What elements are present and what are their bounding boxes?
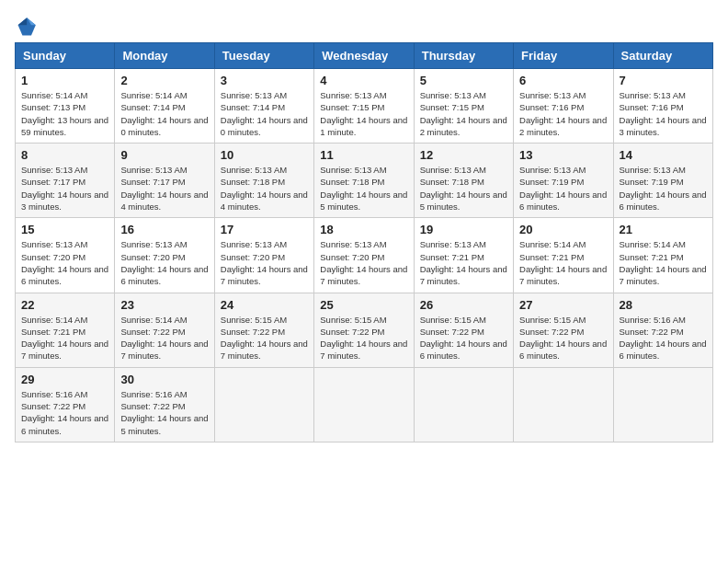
svg-marker-2	[18, 17, 28, 25]
weekday-header-cell: Wednesday	[314, 43, 414, 69]
calendar-day-cell: 11Sunrise: 5:13 AMSunset: 7:18 PMDayligh…	[314, 144, 414, 218]
day-number: 28	[620, 298, 707, 312]
calendar-body: 1Sunrise: 5:14 AMSunset: 7:13 PMDaylight…	[16, 69, 713, 442]
calendar-day-cell: 28Sunrise: 5:16 AMSunset: 7:22 PMDayligh…	[613, 293, 712, 367]
day-number: 21	[620, 223, 707, 236]
calendar-day-cell: 19Sunrise: 5:13 AMSunset: 7:21 PMDayligh…	[414, 218, 513, 293]
calendar-day-cell	[613, 367, 712, 442]
day-number: 29	[21, 373, 108, 386]
calendar-week-row: 22Sunrise: 5:14 AMSunset: 7:21 PMDayligh…	[16, 293, 713, 367]
day-number: 12	[420, 148, 507, 162]
day-info: Sunrise: 5:13 AMSunset: 7:18 PMDaylight:…	[320, 164, 407, 213]
day-number: 16	[120, 223, 208, 236]
day-number: 26	[420, 298, 507, 312]
calendar-day-cell: 20Sunrise: 5:14 AMSunset: 7:21 PMDayligh…	[514, 218, 613, 293]
day-info: Sunrise: 5:15 AMSunset: 7:22 PMDaylight:…	[420, 314, 507, 362]
calendar-day-cell: 29Sunrise: 5:16 AMSunset: 7:22 PMDayligh…	[16, 367, 115, 442]
calendar-day-cell: 9Sunrise: 5:13 AMSunset: 7:17 PMDaylight…	[115, 144, 214, 218]
svg-marker-0	[18, 17, 36, 35]
day-info: Sunrise: 5:13 AMSunset: 7:18 PMDaylight:…	[420, 164, 507, 213]
day-number: 20	[519, 223, 607, 236]
calendar-day-cell: 15Sunrise: 5:13 AMSunset: 7:20 PMDayligh…	[16, 218, 115, 293]
day-info: Sunrise: 5:14 AMSunset: 7:21 PMDaylight:…	[620, 238, 707, 287]
day-number: 22	[21, 298, 108, 312]
day-info: Sunrise: 5:13 AMSunset: 7:20 PMDaylight:…	[320, 238, 407, 287]
header	[15, 15, 713, 33]
day-info: Sunrise: 5:15 AMSunset: 7:22 PMDaylight:…	[221, 314, 308, 362]
calendar-day-cell: 12Sunrise: 5:13 AMSunset: 7:18 PMDayligh…	[414, 144, 513, 218]
calendar-day-cell: 5Sunrise: 5:13 AMSunset: 7:15 PMDaylight…	[414, 69, 513, 144]
calendar-day-cell: 24Sunrise: 5:15 AMSunset: 7:22 PMDayligh…	[214, 293, 313, 367]
day-info: Sunrise: 5:13 AMSunset: 7:15 PMDaylight:…	[320, 89, 407, 138]
day-info: Sunrise: 5:13 AMSunset: 7:17 PMDaylight:…	[120, 164, 208, 213]
weekday-header-row: SundayMondayTuesdayWednesdayThursdayFrid…	[16, 43, 713, 69]
day-info: Sunrise: 5:16 AMSunset: 7:22 PMDaylight:…	[21, 388, 108, 437]
day-number: 24	[221, 298, 308, 312]
weekday-header-cell: Friday	[514, 43, 613, 69]
day-number: 3	[221, 74, 308, 87]
calendar-day-cell	[214, 367, 313, 442]
day-info: Sunrise: 5:13 AMSunset: 7:15 PMDaylight:…	[420, 89, 507, 138]
day-info: Sunrise: 5:13 AMSunset: 7:19 PMDaylight:…	[620, 164, 707, 213]
day-info: Sunrise: 5:13 AMSunset: 7:16 PMDaylight:…	[620, 89, 707, 138]
day-number: 15	[21, 223, 108, 236]
day-number: 6	[519, 74, 607, 87]
weekday-header-cell: Sunday	[16, 43, 115, 69]
calendar-week-row: 29Sunrise: 5:16 AMSunset: 7:22 PMDayligh…	[16, 367, 713, 442]
day-number: 18	[320, 223, 407, 236]
day-number: 7	[620, 74, 707, 87]
day-number: 5	[420, 74, 507, 87]
calendar-day-cell: 6Sunrise: 5:13 AMSunset: 7:16 PMDaylight…	[514, 69, 613, 144]
day-info: Sunrise: 5:13 AMSunset: 7:20 PMDaylight:…	[21, 238, 108, 287]
calendar-day-cell: 25Sunrise: 5:15 AMSunset: 7:22 PMDayligh…	[314, 293, 414, 367]
day-info: Sunrise: 5:13 AMSunset: 7:20 PMDaylight:…	[120, 238, 208, 287]
day-info: Sunrise: 5:13 AMSunset: 7:18 PMDaylight:…	[221, 164, 308, 213]
day-info: Sunrise: 5:15 AMSunset: 7:22 PMDaylight:…	[320, 314, 407, 362]
day-number: 30	[120, 373, 208, 386]
day-info: Sunrise: 5:15 AMSunset: 7:22 PMDaylight:…	[519, 314, 607, 362]
day-number: 8	[21, 148, 108, 162]
day-number: 19	[420, 223, 507, 236]
day-info: Sunrise: 5:16 AMSunset: 7:22 PMDaylight:…	[120, 388, 208, 437]
weekday-header-cell: Saturday	[613, 43, 712, 69]
day-info: Sunrise: 5:14 AMSunset: 7:21 PMDaylight:…	[519, 238, 607, 287]
calendar-day-cell: 4Sunrise: 5:13 AMSunset: 7:15 PMDaylight…	[314, 69, 414, 144]
calendar-day-cell: 3Sunrise: 5:13 AMSunset: 7:14 PMDaylight…	[214, 69, 313, 144]
logo	[15, 15, 39, 33]
day-number: 14	[620, 148, 707, 162]
calendar-day-cell: 1Sunrise: 5:14 AMSunset: 7:13 PMDaylight…	[16, 69, 115, 144]
calendar-day-cell: 2Sunrise: 5:14 AMSunset: 7:14 PMDaylight…	[115, 69, 214, 144]
calendar-day-cell: 23Sunrise: 5:14 AMSunset: 7:22 PMDayligh…	[115, 293, 214, 367]
calendar-day-cell: 10Sunrise: 5:13 AMSunset: 7:18 PMDayligh…	[214, 144, 313, 218]
calendar-day-cell	[414, 367, 513, 442]
calendar-day-cell: 8Sunrise: 5:13 AMSunset: 7:17 PMDaylight…	[16, 144, 115, 218]
day-info: Sunrise: 5:13 AMSunset: 7:19 PMDaylight:…	[519, 164, 607, 213]
calendar-day-cell: 26Sunrise: 5:15 AMSunset: 7:22 PMDayligh…	[414, 293, 513, 367]
day-number: 25	[320, 298, 407, 312]
calendar-week-row: 15Sunrise: 5:13 AMSunset: 7:20 PMDayligh…	[16, 218, 713, 293]
day-info: Sunrise: 5:13 AMSunset: 7:20 PMDaylight:…	[221, 238, 308, 287]
calendar-day-cell: 7Sunrise: 5:13 AMSunset: 7:16 PMDaylight…	[613, 69, 712, 144]
day-number: 27	[519, 298, 607, 312]
day-number: 1	[21, 74, 108, 87]
day-info: Sunrise: 5:13 AMSunset: 7:17 PMDaylight:…	[21, 164, 108, 213]
calendar-week-row: 8Sunrise: 5:13 AMSunset: 7:17 PMDaylight…	[16, 144, 713, 218]
calendar-day-cell	[314, 367, 414, 442]
weekday-header-cell: Tuesday	[214, 43, 313, 69]
day-info: Sunrise: 5:13 AMSunset: 7:16 PMDaylight:…	[519, 89, 607, 138]
calendar-day-cell: 13Sunrise: 5:13 AMSunset: 7:19 PMDayligh…	[514, 144, 613, 218]
day-info: Sunrise: 5:13 AMSunset: 7:14 PMDaylight:…	[221, 89, 308, 138]
calendar-day-cell: 18Sunrise: 5:13 AMSunset: 7:20 PMDayligh…	[314, 218, 414, 293]
logo-icon	[17, 15, 39, 37]
day-number: 4	[320, 74, 407, 87]
calendar: SundayMondayTuesdayWednesdayThursdayFrid…	[15, 42, 713, 442]
day-number: 17	[221, 223, 308, 236]
weekday-header-cell: Monday	[115, 43, 214, 69]
calendar-day-cell: 14Sunrise: 5:13 AMSunset: 7:19 PMDayligh…	[613, 144, 712, 218]
day-info: Sunrise: 5:16 AMSunset: 7:22 PMDaylight:…	[620, 314, 707, 362]
calendar-day-cell	[514, 367, 613, 442]
calendar-day-cell: 27Sunrise: 5:15 AMSunset: 7:22 PMDayligh…	[514, 293, 613, 367]
day-number: 2	[120, 74, 208, 87]
day-number: 9	[120, 148, 208, 162]
calendar-day-cell: 22Sunrise: 5:14 AMSunset: 7:21 PMDayligh…	[16, 293, 115, 367]
